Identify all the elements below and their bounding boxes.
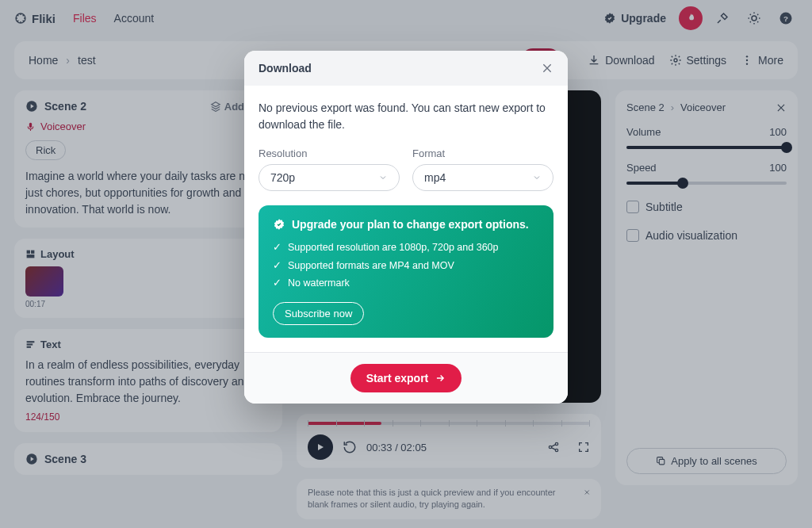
upgrade-bullet-2: Supported formats are MP4 and MOV	[273, 257, 539, 275]
upgrade-callout: Upgrade your plan to change export optio…	[259, 205, 553, 338]
close-icon[interactable]	[541, 62, 553, 75]
arrow-right-icon	[435, 373, 446, 384]
download-modal: Download No previous export was found. Y…	[244, 51, 568, 404]
modal-title: Download	[259, 62, 312, 75]
upgrade-bullet-1: Supported resolution are 1080p, 720p and…	[273, 239, 539, 257]
start-export-label: Start export	[366, 372, 429, 385]
badge-check-icon	[273, 218, 285, 231]
chevron-down-icon	[532, 173, 542, 182]
format-label: Format	[412, 147, 553, 159]
upgrade-title: Upgrade your plan to change export optio…	[292, 218, 529, 231]
start-export-button[interactable]: Start export	[350, 364, 462, 392]
resolution-value: 720p	[270, 171, 295, 184]
chevron-down-icon	[378, 173, 388, 182]
subscribe-button[interactable]: Subscribe now	[273, 302, 364, 325]
format-value: mp4	[424, 171, 446, 184]
resolution-select[interactable]: 720p	[259, 164, 400, 191]
format-select[interactable]: mp4	[412, 164, 553, 191]
upgrade-bullet-3: No watermark	[273, 274, 539, 293]
modal-message: No previous export was found. You can st…	[259, 100, 553, 133]
resolution-label: Resolution	[259, 147, 400, 159]
modal-backdrop[interactable]: Download No previous export was found. Y…	[0, 0, 812, 528]
